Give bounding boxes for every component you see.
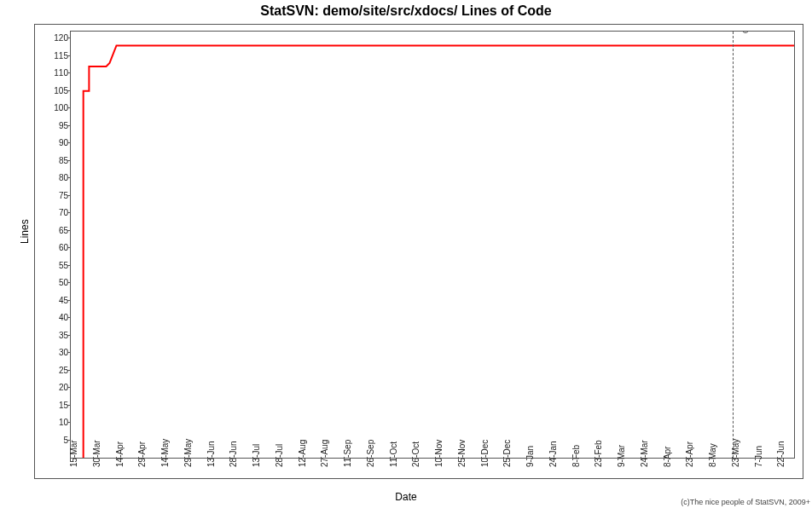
y-tick-label: 120 (44, 33, 68, 43)
x-tick-label: 25-Dec (502, 440, 512, 467)
y-tick-label: 70 (44, 208, 68, 217)
x-tick-label: 14-May (160, 439, 170, 467)
y-tick-label: 5 (44, 435, 68, 444)
x-tick-mark (526, 457, 527, 460)
x-tick-mark (618, 457, 618, 460)
y-tick-label: 40 (44, 313, 68, 322)
x-tick-mark (229, 457, 230, 460)
y-tick-mark (67, 195, 71, 196)
y-tick-label: 105 (44, 85, 68, 95)
x-tick-mark (709, 457, 710, 460)
y-tick-mark (67, 405, 71, 406)
x-tick-label: 29-May (183, 439, 192, 467)
x-tick-label: 8-May (708, 443, 717, 467)
x-tick-label: 26-Sep (365, 440, 374, 467)
y-tick-label: 80 (44, 173, 68, 182)
y-tick-mark (67, 317, 71, 318)
x-tick-label: 28-Jun (229, 441, 238, 467)
x-tick-mark (184, 457, 185, 460)
y-tick-mark (67, 300, 71, 301)
y-tick-label: 85 (44, 155, 68, 165)
y-tick-mark (67, 230, 71, 231)
y-tick-label: 20 (44, 383, 68, 392)
x-tick-mark (572, 457, 573, 460)
x-tick-label: 28-Jul (274, 444, 283, 467)
y-tick-mark (67, 352, 71, 353)
x-tick-label: 30-Mar (91, 440, 101, 467)
y-tick-label: 65 (44, 225, 68, 234)
y-tick-mark (67, 387, 71, 388)
x-tick-mark (549, 457, 550, 460)
x-tick-label: 23-May (730, 439, 740, 467)
x-tick-mark (594, 457, 595, 460)
x-tick-label: 13-Jul (252, 444, 261, 467)
x-tick-label: 24-Mar (639, 440, 648, 467)
x-tick-mark (367, 457, 368, 460)
y-tick-label: 100 (44, 103, 68, 113)
y-tick-mark (67, 247, 71, 248)
x-tick-mark (252, 457, 253, 460)
y-tick-label: 15 (44, 400, 68, 409)
x-tick-mark (161, 457, 162, 460)
x-tick-label: 9-Mar (617, 445, 626, 467)
credit-text: (c)The nice people of StatSVN, 2009+ (681, 498, 810, 506)
y-tick-label: 45 (44, 295, 68, 304)
x-tick-mark (686, 457, 687, 460)
x-tick-mark (321, 457, 322, 460)
x-tick-label: 13-Jun (206, 441, 215, 467)
x-tick-mark (458, 457, 459, 460)
x-tick-mark (435, 457, 436, 460)
y-tick-label: 115 (44, 50, 68, 60)
x-tick-label: 8-Feb (571, 445, 580, 467)
x-tick-label: 14-Apr (114, 442, 124, 467)
y-tick-label: 55 (44, 260, 68, 269)
x-tick-mark (481, 457, 482, 460)
x-tick-mark (664, 457, 664, 460)
y-tick-label: 110 (44, 68, 68, 78)
y-tick-label: 35 (44, 330, 68, 339)
x-tick-label: 10-Nov (434, 440, 444, 467)
y-tick-mark (67, 265, 71, 266)
x-tick-label: 24-Jan (548, 441, 557, 467)
y-tick-mark (67, 335, 71, 336)
release-marker-label: 0.4.0 (741, 31, 750, 33)
y-tick-mark (67, 55, 71, 56)
x-tick-mark (503, 457, 504, 460)
x-tick-mark (641, 457, 641, 460)
y-tick-mark (67, 125, 71, 126)
chart-title: StatSVN: demo/site/src/xdocs/ Lines of C… (0, 3, 812, 19)
x-tick-mark (390, 457, 391, 460)
y-tick-mark (67, 142, 71, 143)
x-tick-label: 12-Aug (297, 440, 306, 467)
y-tick-label: 90 (44, 138, 68, 147)
y-tick-label: 25 (44, 365, 68, 374)
x-tick-label: 22-Jun (776, 441, 786, 467)
y-tick-label: 75 (44, 190, 68, 199)
x-tick-mark (70, 457, 71, 460)
x-tick-label: 23-Apr (685, 442, 694, 467)
y-tick-label: 10 (44, 418, 68, 427)
x-tick-mark (755, 457, 756, 460)
chart-container: StatSVN: demo/site/src/xdocs/ Lines of C… (0, 0, 812, 508)
y-tick-mark (67, 370, 71, 371)
y-tick-mark (67, 422, 71, 423)
series-line (71, 32, 794, 458)
y-tick-mark (67, 177, 71, 178)
y-tick-label: 50 (44, 278, 68, 287)
x-tick-mark (412, 457, 413, 460)
y-tick-mark (67, 160, 71, 161)
plot-area: 0.4.0 (70, 31, 795, 459)
x-tick-mark (344, 457, 345, 460)
y-tick-label: 30 (44, 348, 68, 357)
release-marker (733, 32, 734, 458)
x-tick-mark (116, 457, 117, 460)
x-tick-mark (138, 457, 139, 460)
x-tick-label: 15-Mar (69, 440, 78, 467)
x-tick-mark (299, 457, 299, 460)
y-tick-label: 60 (44, 243, 68, 252)
x-tick-mark (732, 457, 733, 460)
x-tick-label: 26-Oct (411, 442, 420, 467)
x-tick-mark (777, 457, 778, 460)
x-tick-label: 11-Oct (388, 442, 397, 467)
x-tick-label: 23-Feb (594, 440, 603, 467)
